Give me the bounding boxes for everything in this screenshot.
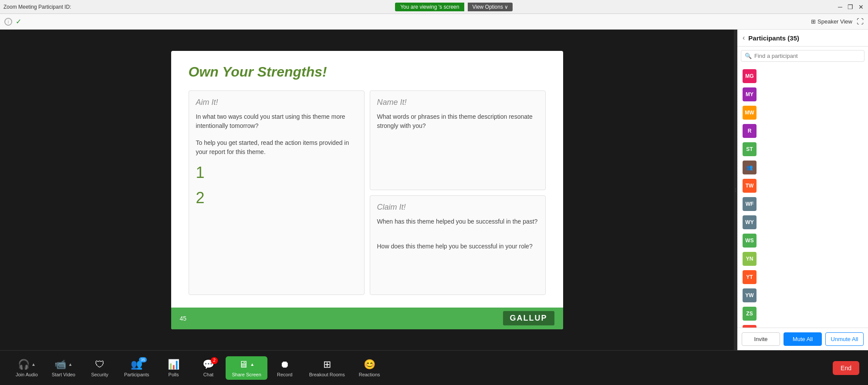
avatar: TW	[743, 179, 757, 193]
join-audio-button[interactable]: 🎧 ▲ Join Audio	[9, 356, 45, 380]
participants-header: ‹ Participants (35)	[737, 30, 868, 47]
bottom-toolbar: 🎧 ▲ Join Audio 📹 ▲ Start Video 🛡 Securit…	[0, 350, 868, 385]
window-controls: ─ ❐ ✕	[837, 3, 865, 10]
main-area: Own Your Strengths! Name It! What words …	[0, 30, 868, 350]
mute-all-button[interactable]: Mute All	[784, 332, 822, 346]
info-icon[interactable]: i	[4, 18, 12, 26]
breakout-rooms-button[interactable]: ⊞ Breakout Rooms	[302, 356, 352, 380]
claim-it-text1: When has this theme helped you be succes…	[377, 217, 538, 226]
search-participant-input[interactable]	[754, 53, 861, 59]
security-label: Security	[91, 372, 108, 377]
share-screen-button[interactable]: 🖥 ▲ Share Screen	[226, 356, 267, 380]
slide-page-number: 45	[180, 315, 187, 322]
zoom-toolbar-left: i ✓	[4, 17, 21, 26]
participant-item[interactable]: 👥	[737, 158, 868, 177]
claim-it-heading: Claim It!	[377, 203, 538, 212]
chat-button[interactable]: 💬 2 Chat	[191, 356, 226, 380]
record-button[interactable]: ⏺ Record	[267, 356, 302, 380]
search-icon: 🔍	[745, 53, 752, 59]
aim-number-2: 2	[196, 189, 357, 207]
unmute-all-button[interactable]: Unmute All	[825, 332, 864, 346]
aim-it-card: Aim It! In what two ways could you start…	[189, 90, 365, 295]
avatar: MW	[743, 106, 757, 120]
aim-it-heading: Aim It!	[196, 98, 357, 107]
speaker-view-icon: ⊞	[811, 18, 816, 25]
name-it-heading: Name It!	[377, 98, 538, 107]
claim-it-text2: How does this theme help you be successf…	[377, 242, 538, 251]
participant-item[interactable]: YW	[737, 286, 868, 305]
participant-item[interactable]: YN	[737, 250, 868, 268]
panel-divider[interactable]: ⋮	[734, 30, 737, 350]
title-bar-left: Zoom Meeting Participant ID:	[3, 4, 71, 10]
reactions-button[interactable]: 😊 Reactions	[352, 356, 387, 380]
invite-button[interactable]: Invite	[742, 332, 780, 346]
participant-item[interactable]: ZS	[737, 305, 868, 323]
participants-label: Participants	[124, 372, 149, 377]
participant-item[interactable]: YT	[737, 268, 868, 286]
slide-grid: Name It! What words or phrases in this t…	[189, 90, 546, 295]
gallup-logo: GALLUP	[503, 311, 554, 325]
end-meeting-button[interactable]: End	[833, 361, 859, 375]
name-it-text: What words or phrases in this theme desc…	[377, 112, 538, 131]
slide-title: Own Your Strengths!	[189, 64, 546, 80]
slide-content: Own Your Strengths! Name It! What words …	[171, 51, 563, 308]
chat-icon: 💬 2	[203, 359, 214, 370]
participant-item[interactable]: MG	[737, 67, 868, 85]
share-screen-arrow: ▲	[250, 362, 254, 367]
collapse-panel-button[interactable]: ‹	[743, 34, 745, 42]
reactions-icon: 😊	[364, 359, 375, 370]
reactions-label: Reactions	[359, 372, 380, 377]
polls-label: Polls	[169, 372, 179, 377]
participants-button[interactable]: 👥 35 Participants	[117, 356, 156, 380]
join-audio-arrow: ▲	[31, 362, 36, 367]
start-video-button[interactable]: 📹 ▲ Start Video	[45, 356, 82, 380]
participant-item[interactable]: WS	[737, 231, 868, 250]
participants-footer: Invite Mute All Unmute All	[737, 328, 868, 350]
avatar: WS	[743, 234, 757, 248]
avatar: MY	[743, 87, 757, 101]
search-box[interactable]: 🔍	[741, 50, 865, 62]
participant-item[interactable]: MY	[737, 85, 868, 104]
participants-icon: 👥 35	[131, 359, 142, 370]
join-audio-icon: 🎧	[18, 359, 30, 370]
participant-item[interactable]: MW	[737, 104, 868, 122]
participants-panel: ‹ Participants (35) 🔍 MGMYMWRST👥TWWFWYWS…	[737, 30, 868, 350]
start-video-top: 📹 ▲	[54, 359, 72, 370]
title-bar-center: You are viewing 's screen View Options ∨	[395, 3, 513, 11]
avatar: R	[743, 124, 757, 138]
aim-it-text1: In what two ways could you start using t…	[196, 112, 357, 131]
breakout-rooms-icon: ⊞	[323, 359, 331, 370]
close-button[interactable]: ✕	[858, 3, 865, 10]
avatar: WF	[743, 197, 757, 211]
participant-item[interactable]: R	[737, 122, 868, 140]
participant-item[interactable]: ST	[737, 140, 868, 158]
aim-it-text2: To help you get started, read the action…	[196, 138, 357, 157]
presentation-area: Own Your Strengths! Name It! What words …	[0, 30, 734, 350]
participants-list: MGMYMWRST👥TWWFWYWSYNYTYWZS📞WK	[737, 65, 868, 328]
start-video-arrow: ▲	[68, 362, 72, 367]
join-audio-top: 🎧 ▲	[18, 359, 36, 370]
polls-icon: 📊	[168, 359, 179, 370]
viewing-banner: You are viewing 's screen	[395, 3, 464, 11]
avatar: MG	[743, 69, 757, 83]
restore-button[interactable]: ❐	[847, 3, 854, 10]
minimize-button[interactable]: ─	[837, 3, 844, 10]
security-button[interactable]: 🛡 Security	[82, 356, 117, 380]
speaker-view-button[interactable]: ⊞ Speaker View	[811, 18, 852, 25]
slide-container: Own Your Strengths! Name It! What words …	[171, 51, 563, 329]
slide-footer: 45 GALLUP	[171, 308, 563, 329]
view-options-button[interactable]: View Options ∨	[468, 3, 513, 11]
avatar: 👥	[743, 161, 757, 174]
participant-item[interactable]: WF	[737, 195, 868, 213]
polls-button[interactable]: 📊 Polls	[156, 356, 191, 380]
avatar: WY	[743, 215, 757, 229]
participant-item[interactable]: WY	[737, 213, 868, 231]
avatar: YT	[743, 270, 757, 284]
participant-item[interactable]: TW	[737, 177, 868, 195]
record-label: Record	[277, 372, 292, 377]
share-screen-top: 🖥 ▲	[239, 359, 254, 370]
expand-button[interactable]: ⛶	[857, 18, 864, 26]
participant-item[interactable]: 📞	[737, 323, 868, 328]
meeting-title: Zoom Meeting Participant ID:	[3, 4, 71, 10]
join-audio-label: Join Audio	[16, 372, 38, 377]
